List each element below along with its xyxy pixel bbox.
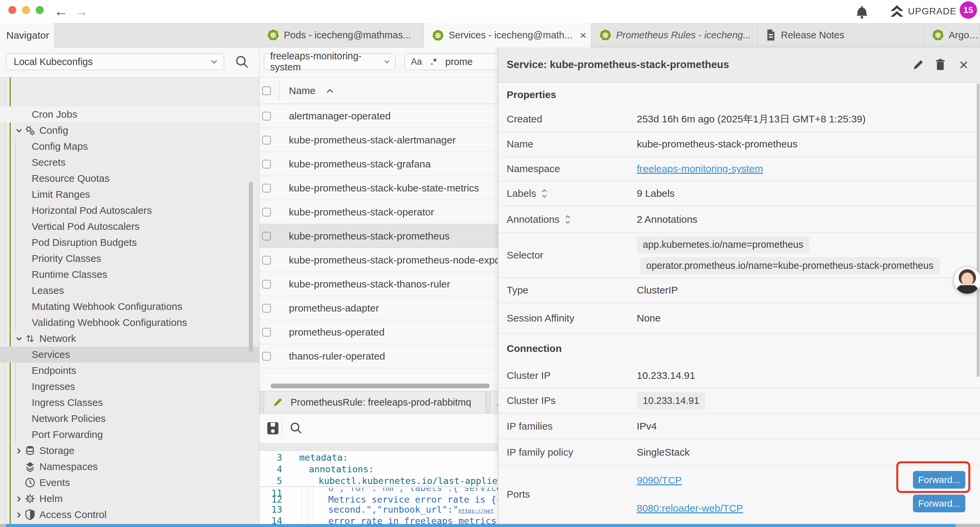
match-case-toggle[interactable]: Aa: [411, 57, 422, 67]
sidebar-item-priority-classes[interactable]: Priority Classes: [0, 250, 259, 266]
namespace-link[interactable]: freeleaps-monitoring-system: [637, 163, 763, 174]
assistant-avatar[interactable]: [953, 266, 980, 295]
port-forward-link[interactable]: 9090/TCP: [637, 474, 682, 486]
sidebar-item-resource-quotas[interactable]: Resource Quotas: [0, 170, 259, 186]
sidebar-item-namespaces[interactable]: Namespaces: [0, 459, 259, 474]
editor-search-icon[interactable]: [289, 421, 303, 435]
maximize-window-icon[interactable]: [36, 6, 44, 14]
sidebar-item-validating-webhook-configurations[interactable]: Validating Webhook Configurations: [0, 315, 259, 331]
search-query[interactable]: prome: [445, 56, 473, 67]
sort-toggle-icon[interactable]: [541, 188, 548, 199]
tab-pods[interactable]: Pods - icecheng@mathmas...: [259, 23, 424, 47]
name-column-header[interactable]: Name: [289, 77, 315, 104]
back-arrow-icon[interactable]: ←: [54, 3, 68, 20]
edit-pencil-icon[interactable]: [910, 56, 927, 73]
sidebar-item-network[interactable]: Network: [0, 331, 259, 347]
sidebar-item-cron-jobs[interactable]: Cron Jobs: [0, 107, 259, 123]
sidebar-scrollbar[interactable]: [249, 182, 253, 352]
namespace-filter-selector[interactable]: freeleaps-monitoring-system: [264, 53, 396, 70]
upgrade-icon[interactable]: [889, 4, 905, 19]
row-checkbox[interactable]: [262, 280, 271, 288]
close-window-icon[interactable]: [8, 6, 16, 14]
tab-prometheus[interactable]: Prometheus Rules - icecheng...: [592, 23, 757, 47]
editor-tab-next[interactable]: [490, 391, 498, 413]
sort-toggle-icon[interactable]: [564, 215, 571, 224]
sidebar-item-ingress-classes[interactable]: Ingress Classes: [0, 395, 259, 411]
sidebar-item-ingresses[interactable]: Ingresses: [0, 379, 259, 395]
notification-count-badge[interactable]: 15: [960, 2, 977, 19]
tab-services[interactable]: Services - icecheng@math...×: [424, 23, 592, 47]
port-forward-link[interactable]: 8080:reloader-web/TCP: [637, 503, 743, 514]
details-scrollbar[interactable]: [977, 83, 980, 377]
forward-port-button[interactable]: Forward...: [913, 495, 965, 512]
editor-tab-prometheusrule[interactable]: PrometheusRule: freeleaps-prod-rabbitmq: [264, 391, 486, 413]
sidebar-item-storage[interactable]: Storage: [0, 443, 259, 459]
yaml-editor[interactable]: 3metadata:4annotations:5kubectl.kubernet…: [259, 443, 498, 527]
row-checkbox[interactable]: [262, 328, 271, 336]
horizontal-scrollbar[interactable]: [270, 384, 490, 388]
runbook-link[interactable]: https://net: [458, 508, 494, 514]
sidebar-item-pod-disruption-budgets[interactable]: Pod Disruption Budgets: [0, 234, 259, 250]
sidebar-item-events[interactable]: Events: [0, 474, 259, 490]
sidebar-item-mutating-webhook-configurations[interactable]: Mutating Webhook Configurations: [0, 299, 259, 315]
notifications-bell-icon[interactable]: [854, 4, 869, 19]
table-row[interactable]: prometheus-adapter: [259, 296, 498, 320]
row-checkbox[interactable]: [262, 208, 271, 217]
sidebar-item-runtime-classes[interactable]: Runtime Classes: [0, 266, 259, 282]
row-checkbox[interactable]: [262, 160, 271, 169]
row-checkbox[interactable]: [262, 304, 271, 312]
sidebar-item-network-policies[interactable]: Network Policies: [0, 411, 259, 427]
sidebar-item-limit-ranges[interactable]: Limit Ranges: [0, 186, 259, 202]
table-row[interactable]: alertmanager-operated: [259, 104, 498, 128]
delete-trash-icon[interactable]: [932, 56, 949, 73]
row-checkbox[interactable]: [262, 136, 271, 145]
table-row[interactable]: kube-prometheus-stack-prometheus-node-ex…: [259, 248, 498, 272]
sidebar-item-access-control[interactable]: Access Control: [0, 507, 259, 523]
table-row[interactable]: kube-prometheus-stack-prometheus: [259, 224, 498, 248]
sidebar-search-icon[interactable]: [234, 54, 250, 69]
sidebar-item-endpoints[interactable]: Endpoints: [0, 363, 259, 379]
minimize-window-icon[interactable]: [22, 6, 30, 14]
row-checkbox[interactable]: [262, 184, 271, 193]
sidebar-item-vertical-pod-autoscalers[interactable]: Vertical Pod Autoscalers: [0, 218, 259, 234]
chevron-down-icon[interactable]: [15, 334, 23, 342]
row-checkbox[interactable]: [262, 256, 271, 264]
tab-navigator[interactable]: Navigator: [0, 23, 54, 47]
sort-ascending-icon[interactable]: [326, 88, 334, 95]
upgrade-label[interactable]: UPGRADE: [908, 6, 956, 17]
table-row[interactable]: kube-prometheus-stack-grafana: [259, 152, 498, 176]
row-checkbox[interactable]: [262, 352, 271, 361]
table-row[interactable]: kube-prometheus-stack-operator: [259, 200, 498, 224]
forward-arrow-icon[interactable]: →: [74, 3, 88, 20]
table-row[interactable]: kube-prometheus-stack-alertmanager: [259, 128, 498, 152]
chevron-right-icon[interactable]: [15, 511, 23, 519]
table-row[interactable]: prometheus-operated: [259, 320, 498, 344]
sidebar-item-config[interactable]: Config: [0, 123, 259, 139]
sidebar-item-horizontal-pod-autoscalers[interactable]: Horizontal Pod Autoscalers: [0, 202, 259, 218]
table-row[interactable]: thanos-ruler-operated: [259, 344, 498, 368]
table-row[interactable]: kube-prometheus-stack-kube-state-metrics: [259, 176, 498, 200]
chevron-right-icon[interactable]: [15, 447, 23, 455]
tab-argo[interactable]: Argo Se: [924, 23, 980, 47]
close-panel-icon[interactable]: ×: [955, 56, 972, 73]
kubeconfig-selector-value: Local Kubeconfigs: [14, 56, 93, 67]
row-checkbox[interactable]: [262, 232, 271, 240]
sidebar-item-services[interactable]: Services: [0, 347, 259, 363]
row-checkbox[interactable]: [262, 112, 271, 120]
sidebar-item-secrets[interactable]: Secrets: [0, 154, 259, 170]
tab-release[interactable]: Release Notes: [757, 23, 924, 47]
regex-toggle[interactable]: .*: [431, 57, 437, 67]
forward-port-button[interactable]: Forward...: [913, 471, 965, 489]
chevron-down-icon[interactable]: [15, 126, 23, 134]
save-icon[interactable]: [266, 421, 280, 436]
sidebar-item-leases[interactable]: Leases: [0, 282, 259, 299]
chevron-right-icon[interactable]: [15, 495, 23, 503]
resource-search-box[interactable]: Aa .* prome: [405, 53, 498, 70]
close-tab-icon[interactable]: ×: [580, 29, 586, 42]
kubeconfig-selector[interactable]: Local Kubeconfigs: [6, 53, 224, 70]
sidebar-item-port-forwarding[interactable]: Port Forwarding: [0, 427, 259, 443]
sidebar-item-config-maps[interactable]: Config Maps: [0, 139, 259, 154]
sidebar-item-helm[interactable]: HELMHelm: [0, 490, 259, 507]
table-row[interactable]: kube-prometheus-stack-thanos-ruler: [259, 272, 498, 296]
select-all-checkbox[interactable]: [262, 86, 271, 95]
